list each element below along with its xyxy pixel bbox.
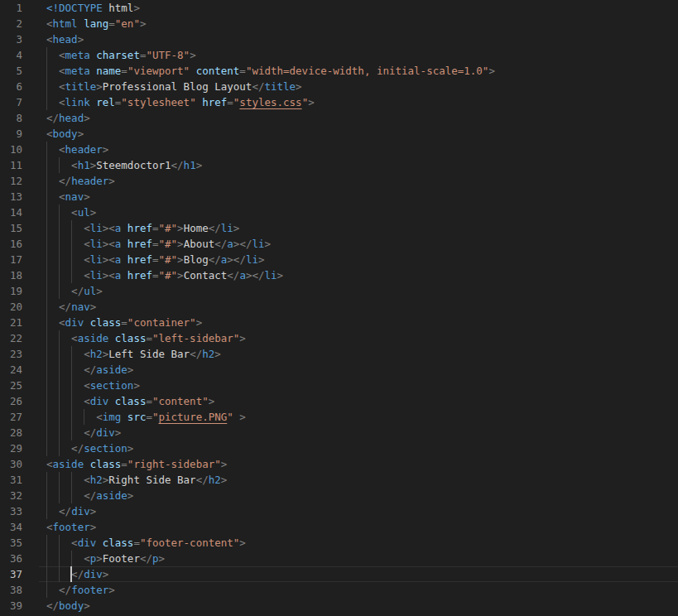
code-line[interactable]: 13 <nav> — [0, 189, 678, 205]
code-token: </ — [209, 253, 221, 266]
code-token: > — [233, 222, 240, 234]
code-line[interactable]: 12 </header> — [0, 173, 678, 189]
code-line[interactable]: 35 <div class="footer-content"> — [0, 535, 678, 551]
code-line[interactable]: 34<footer> — [0, 519, 678, 535]
code-token: li — [221, 222, 233, 234]
code-line[interactable]: 26 <div class="content"> — [0, 393, 678, 409]
file-link[interactable]: picture.PNG — [159, 411, 228, 423]
code-text: </header> — [22, 173, 115, 189]
code-line[interactable]: 8</head> — [0, 110, 678, 126]
code-token: div — [96, 426, 115, 439]
code-line[interactable]: 4 <meta charset="UTF-8"> — [0, 47, 678, 63]
code-token: </ — [59, 505, 71, 517]
file-link[interactable]: styles.css — [239, 96, 301, 108]
code-token: h1 — [78, 159, 90, 171]
code-text: <head> — [22, 31, 84, 47]
code-line[interactable]: 6 <title>Professional Blog Layout</title… — [0, 79, 678, 94]
code-token: > — [177, 238, 184, 250]
code-line[interactable]: 23 <h2>Left Side Bar</h2> — [0, 346, 678, 362]
code-line[interactable]: 38 </footer> — [0, 582, 678, 598]
code-token: < — [71, 206, 78, 219]
code-line[interactable]: 2<html lang="en"> — [0, 16, 678, 31]
line-number: 10 — [0, 142, 22, 157]
code-token: About — [184, 238, 215, 250]
code-line[interactable]: 32 </aside> — [0, 488, 678, 503]
line-number: 8 — [0, 110, 22, 126]
code-token: </ — [46, 599, 59, 612]
code-token: < — [84, 552, 90, 565]
code-line[interactable]: 25 <section> — [0, 378, 678, 393]
code-token: title — [65, 80, 97, 93]
code-token: </ — [190, 348, 202, 360]
code-token: href — [121, 222, 152, 234]
code-line[interactable]: 29 </section> — [0, 440, 678, 456]
code-token: > — [239, 332, 246, 344]
code-token: Professional Blog Layout — [103, 80, 252, 93]
code-line[interactable]: 1<!DOCTYPE html> — [0, 0, 678, 16]
code-token: head — [59, 112, 84, 124]
code-token: </ — [227, 269, 239, 282]
code-line[interactable]: 22 <aside class="left-sidebar"> — [0, 330, 678, 346]
code-line[interactable]: 36 <p>Footer</p> — [0, 551, 678, 566]
code-line[interactable]: 31 <h2>Right Side Bar</h2> — [0, 472, 678, 488]
code-token: link — [65, 96, 90, 108]
code-text: <ul> — [22, 205, 96, 220]
code-token: </ — [196, 474, 209, 486]
code-line[interactable]: 9<body> — [0, 126, 678, 142]
code-editor[interactable]: 1<!DOCTYPE html>2<html lang="en">3<head>… — [0, 0, 678, 616]
line-number: 4 — [0, 47, 22, 63]
code-token: > — [84, 190, 90, 203]
line-number: 30 — [0, 456, 22, 472]
code-line[interactable]: 28 </div> — [0, 425, 678, 440]
code-text: <body> — [22, 126, 84, 142]
code-token: html — [53, 17, 78, 30]
code-line[interactable]: 24 </aside> — [0, 362, 678, 378]
code-line[interactable]: 10 <header> — [0, 142, 678, 157]
code-line[interactable]: 19 </ul> — [0, 283, 678, 299]
code-token: > — [90, 206, 97, 219]
code-token: > — [96, 80, 103, 93]
code-text: <h2>Right Side Bar</h2> — [22, 472, 227, 488]
code-token: </ — [84, 426, 96, 439]
line-number: 23 — [0, 346, 22, 362]
code-token: = — [152, 238, 159, 250]
code-line[interactable]: 30<aside class="right-sidebar"> — [0, 456, 678, 472]
code-text: <div class="footer-content"> — [22, 535, 246, 551]
code-token: < — [71, 332, 78, 344]
code-line[interactable]: 20 </nav> — [0, 299, 678, 315]
code-line[interactable]: 3<head> — [0, 31, 678, 47]
code-line[interactable]: 27 <img src="picture.PNG" > — [0, 409, 678, 425]
code-line[interactable]: 5 <meta name="viewport" content="width=d… — [0, 63, 678, 79]
code-token: footer — [53, 521, 90, 533]
code-text: </body> — [22, 598, 90, 614]
code-token: class — [108, 332, 146, 344]
code-line[interactable]: 11 <h1>Steemdoctor1</h1> — [0, 157, 678, 173]
code-line[interactable]: 18 <li><a href="#">Contact</a></li> — [0, 267, 678, 283]
code-token: < — [84, 269, 90, 282]
line-number: 21 — [0, 315, 22, 330]
code-token: > — [159, 552, 166, 565]
code-line[interactable]: 14 <ul> — [0, 205, 678, 220]
line-number: 17 — [0, 252, 22, 267]
code-line[interactable]: 37 </div> — [0, 566, 678, 582]
code-token: > — [265, 238, 272, 250]
code-token: > — [78, 128, 84, 140]
code-line[interactable]: 16 <li><a href="#">About</a></li> — [0, 236, 678, 252]
code-token: nav — [65, 190, 84, 203]
code-line[interactable]: 17 <li><a href="#">Blog</a></li> — [0, 252, 678, 267]
code-line[interactable]: 15 <li><a href="#">Home</li> — [0, 220, 678, 236]
code-token: li — [90, 238, 103, 250]
code-token: < — [84, 474, 90, 486]
code-token: section — [84, 442, 127, 455]
code-line[interactable]: 33 </div> — [0, 503, 678, 519]
code-line[interactable]: 39</body> — [0, 598, 678, 614]
code-text: </div> — [22, 566, 108, 582]
code-line[interactable]: 21 <div class="container"> — [0, 315, 678, 330]
code-token: > — [84, 112, 90, 124]
code-token: charset — [90, 49, 140, 61]
code-line[interactable]: 7 <link rel="stylesheet" href="styles.cs… — [0, 94, 678, 110]
line-number: 2 — [0, 16, 22, 31]
code-token: href — [121, 269, 152, 282]
code-token: h2 — [90, 348, 103, 360]
code-token: < — [84, 222, 90, 234]
